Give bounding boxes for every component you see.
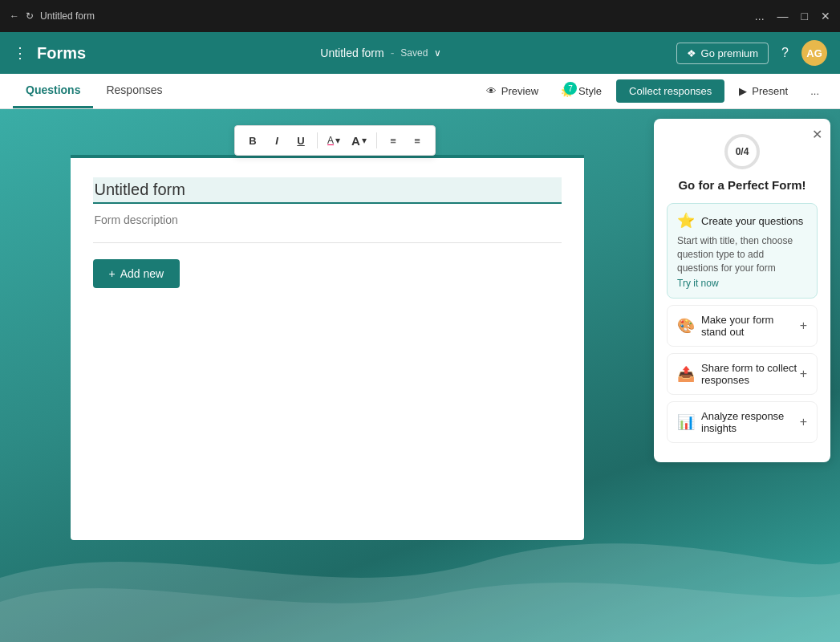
chart-icon: 📊: [677, 413, 695, 431]
avatar[interactable]: AG: [801, 40, 827, 66]
style-button[interactable]: 🌟 7 Style: [553, 81, 610, 101]
panel-close-button[interactable]: ✕: [812, 127, 822, 142]
style-badge: 7: [564, 82, 577, 95]
tabs: Questions Responses: [13, 74, 176, 108]
title-bar-left: ← ↻ Untitled form: [10, 10, 95, 22]
font-color-button[interactable]: A ▾: [323, 133, 345, 148]
font-size-label: A: [351, 134, 360, 148]
help-icon[interactable]: ?: [781, 46, 789, 60]
plus-icon: +: [109, 267, 116, 280]
bullet-list-button[interactable]: ≡: [406, 129, 428, 152]
present-icon: ▶: [739, 85, 747, 97]
main-content: B I U A ▾ A ▾ ≡ ≡: [0, 109, 840, 642]
more-options-button[interactable]: ...: [802, 81, 827, 101]
format-toolbar: B I U A ▾ A ▾ ≡ ≡: [234, 125, 436, 156]
title-bar-controls: ... — □ ✕: [755, 10, 830, 22]
star-icon: ⭐: [677, 212, 695, 230]
font-color-icon: A: [327, 135, 334, 146]
app-bar: ⋮ Forms Untitled form - Saved ∨ ❖ Go pre…: [0, 32, 840, 74]
app-grid-icon[interactable]: ⋮: [13, 44, 27, 62]
size-chevron-icon: ▾: [362, 135, 367, 146]
premium-button[interactable]: ❖ Go premium: [676, 43, 769, 64]
font-size-button[interactable]: A ▾: [347, 132, 371, 149]
collect-responses-button[interactable]: Collect responses: [616, 79, 724, 103]
tab-questions[interactable]: Questions: [13, 74, 93, 108]
side-panel: ✕ 0/4 Go for a Perfect Form! ⭐ Create yo…: [654, 119, 830, 462]
maximize-icon[interactable]: □: [801, 10, 808, 22]
underline-button[interactable]: U: [290, 129, 312, 152]
italic-button[interactable]: I: [266, 129, 288, 152]
numbered-list-button[interactable]: ≡: [382, 129, 404, 152]
tab-bar-right: 👁 Preview 🌟 7 Style Collect responses ▶ …: [478, 79, 827, 103]
bullet-list-icon: ≡: [414, 135, 420, 147]
form-area: B I U A ▾ A ▾ ≡ ≡: [0, 109, 654, 642]
tab-responses[interactable]: Responses: [93, 74, 175, 108]
saved-badge: Saved: [400, 47, 428, 59]
step-create-questions[interactable]: ⭐ Create your questions Start with title…: [667, 203, 818, 299]
app-bar-left: ⋮ Forms: [13, 44, 86, 63]
app-bar-right: ❖ Go premium ? AG: [676, 40, 827, 66]
form-divider: [93, 242, 562, 243]
title-separator: -: [391, 47, 395, 59]
step-analyze-insights[interactable]: 📊 Analyze response insights +: [667, 401, 818, 443]
form-description-input[interactable]: [93, 204, 562, 230]
preview-button[interactable]: 👁 Preview: [478, 81, 546, 101]
refresh-icon[interactable]: ↻: [26, 10, 34, 22]
form-card: + Add new: [71, 155, 584, 540]
eye-icon: 👁: [486, 85, 497, 97]
expand-icon-2: +: [800, 319, 807, 333]
separator-2: [376, 132, 377, 148]
form-title[interactable]: Untitled form: [320, 47, 383, 59]
diamond-icon: ❖: [687, 47, 696, 59]
panel-heading: Go for a Perfect Form!: [667, 178, 818, 192]
numbered-list-icon: ≡: [390, 135, 396, 147]
tab-bar: Questions Responses 👁 Preview 🌟 7 Style …: [0, 74, 840, 109]
expand-icon-4: +: [800, 415, 807, 429]
step-share-collect[interactable]: 📤 Share form to collect responses +: [667, 353, 818, 395]
progress-text: 0/4: [736, 146, 749, 157]
title-bar-title: Untitled form: [40, 10, 95, 22]
share-icon: 📤: [677, 365, 695, 383]
form-title-input[interactable]: [93, 177, 562, 204]
more-options-icon[interactable]: ...: [755, 10, 765, 22]
paint-icon: 🎨: [677, 317, 695, 335]
app-bar-center: Untitled form - Saved ∨: [320, 47, 441, 59]
separator-1: [317, 132, 318, 148]
expand-icon-3: +: [800, 367, 807, 381]
title-bar: ← ↻ Untitled form ... — □ ✕: [0, 0, 840, 32]
step-make-stand-out[interactable]: 🎨 Make your form stand out +: [667, 305, 818, 347]
bold-button[interactable]: B: [241, 129, 264, 152]
present-button[interactable]: ▶ Present: [731, 81, 796, 101]
progress-ring: 0/4: [722, 132, 762, 172]
close-icon[interactable]: ✕: [821, 10, 830, 22]
add-new-button[interactable]: + Add new: [93, 259, 181, 288]
color-chevron-icon: ▾: [335, 135, 340, 146]
minimize-icon[interactable]: —: [777, 10, 789, 22]
back-icon[interactable]: ←: [10, 10, 19, 22]
try-it-now-link[interactable]: Try it now: [677, 278, 719, 289]
app-name: Forms: [37, 44, 86, 63]
chevron-down-icon[interactable]: ∨: [434, 47, 441, 59]
form-content: + Add new: [71, 155, 584, 307]
